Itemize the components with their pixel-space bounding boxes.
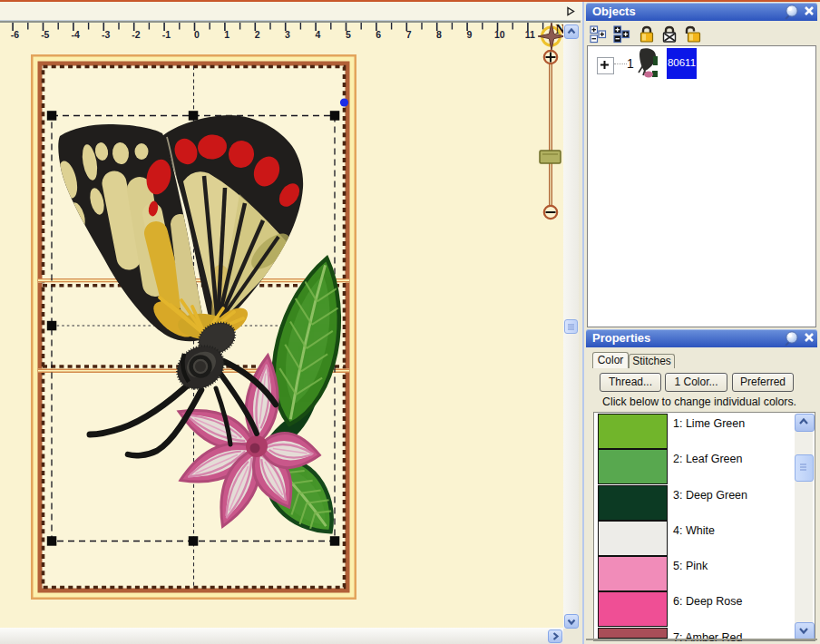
svg-text:-3: -3 [102, 29, 110, 40]
svg-text:9: 9 [466, 29, 472, 40]
svg-text:10: 10 [494, 29, 505, 40]
svg-text:2: 2 [255, 29, 260, 40]
svg-text:3: 3 [285, 29, 290, 40]
svg-text:8: 8 [436, 29, 442, 40]
svg-text:-2: -2 [132, 29, 140, 40]
svg-text:-6: -6 [11, 29, 19, 40]
svg-text:0: 0 [194, 29, 200, 40]
svg-text:-5: -5 [41, 29, 49, 40]
svg-text:-4: -4 [72, 29, 80, 40]
svg-text:6: 6 [376, 29, 381, 40]
svg-text:1: 1 [224, 29, 229, 40]
svg-text:11: 11 [525, 29, 535, 40]
svg-text:7: 7 [406, 29, 412, 40]
svg-text:-1: -1 [162, 29, 171, 40]
svg-text:5: 5 [346, 29, 351, 40]
svg-text:4: 4 [315, 29, 320, 40]
